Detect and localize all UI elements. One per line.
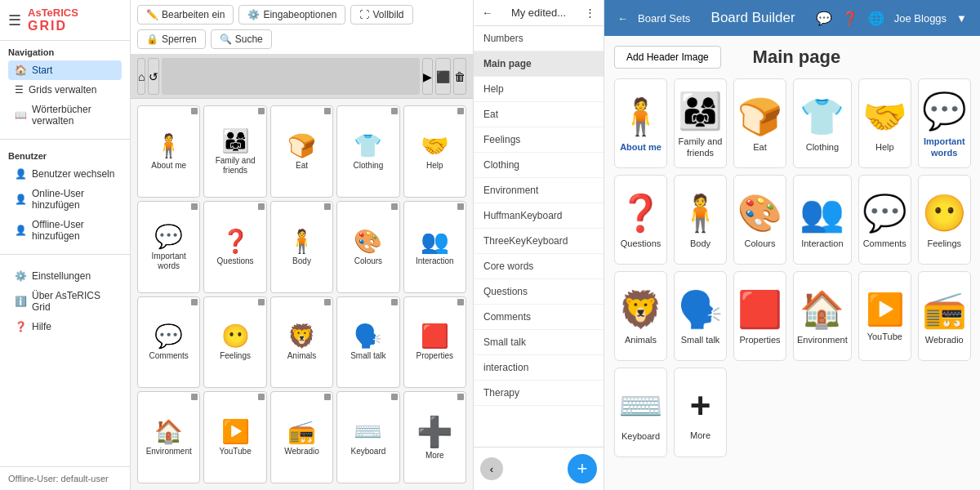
board-cell-comments[interactable]: 💬 Comments: [858, 175, 911, 265]
sidebar-item-dicts[interactable]: 📖 Wörterbücher verwalten: [8, 100, 122, 131]
grid-cell-body[interactable]: 🧍 Body: [270, 201, 333, 293]
small-talk-icon: 🗣️: [354, 323, 382, 350]
board-set-item-small-talk[interactable]: Small talk: [474, 330, 604, 355]
grid-cell-eat[interactable]: 🍞 Eat: [270, 105, 333, 198]
board-cell-important-words[interactable]: 💬 Important words: [918, 78, 971, 168]
board-cell-animals[interactable]: 🦁 Animals: [614, 271, 667, 361]
grid-cell-questions[interactable]: ❓ Questions: [203, 201, 266, 293]
board-set-item-therapy[interactable]: Therapy: [474, 381, 604, 406]
grid-cell-animals[interactable]: 🦁 Animals: [270, 296, 333, 389]
help-header-icon[interactable]: ❓: [842, 11, 858, 26]
board-cell-family[interactable]: 👨‍👩‍👧 Family and friends: [674, 78, 727, 168]
family-icon: 👨‍👩‍👧: [221, 127, 250, 154]
grid-cell-environment[interactable]: 🏠 Environment: [137, 391, 200, 483]
board-cell-icon-keyboard: ⌨️: [618, 385, 663, 427]
board-set-item-huffman[interactable]: HuffmanKeyboard: [474, 203, 604, 229]
back-arrow-icon[interactable]: ←: [482, 7, 492, 19]
middle-grid-panel: ✏️ Bearbeiten ein ⚙️ Eingabeoptionen ⛶ V…: [131, 0, 474, 490]
board-set-item-comments[interactable]: Comments: [474, 305, 604, 330]
sidebar-item-settings[interactable]: ⚙️ Einstellungen: [8, 266, 122, 286]
play-nav-cell[interactable]: ▶: [422, 58, 433, 95]
grid-cell-help[interactable]: 🤝 Help: [403, 105, 466, 198]
message-icon[interactable]: 💬: [816, 11, 832, 26]
board-cell-keyboard[interactable]: ⌨️ Keyboard: [614, 368, 667, 457]
search-button[interactable]: 🔍 Suche: [211, 29, 272, 49]
board-cell-help[interactable]: 🤝 Help: [858, 78, 911, 168]
board-builder-header: ← Board Sets Board Builder 💬 ❓ 🌐 Joe Blo…: [604, 0, 980, 36]
sidebar-item-switch-user[interactable]: 👤 Benutzer wechseln: [8, 164, 122, 184]
add-header-image-button[interactable]: Add Header Image: [614, 46, 721, 69]
board-set-item-threekey[interactable]: ThreeKeyKeyboard: [474, 229, 604, 254]
collapse-button[interactable]: ‹: [480, 457, 503, 480]
back-boards-icon[interactable]: ←: [617, 12, 628, 24]
board-set-item-interaction[interactable]: interaction: [474, 355, 604, 381]
board-cell-label-comments: Comments: [863, 238, 906, 249]
grid-cell-youtube[interactable]: ▶️ YouTube: [203, 391, 266, 483]
grid-cell-feelings[interactable]: 😶 Feelings: [203, 296, 266, 389]
board-cell-small-talk[interactable]: 🗣️ Small talk: [674, 271, 727, 361]
grid-cell-family[interactable]: 👨‍👩‍👧 Family and friends: [203, 105, 266, 198]
sidebar-item-add-offline[interactable]: 👤 Offline-User hinzufügen: [8, 215, 122, 246]
board-cell-colours[interactable]: 🎨 Colours: [733, 175, 786, 265]
sidebar-item-about[interactable]: ℹ️ Über AsTeRICS Grid: [8, 286, 122, 317]
grid-cell-about-me[interactable]: 🧍 About me: [137, 105, 200, 198]
board-cell-feelings[interactable]: 😶 Feelings: [918, 175, 971, 265]
refresh-nav-cell[interactable]: ↺: [148, 58, 159, 95]
board-set-item-clothing[interactable]: Clothing: [474, 153, 604, 178]
board-set-item-numbers[interactable]: Numbers: [474, 26, 604, 51]
board-set-item-main-page[interactable]: Main page: [474, 51, 604, 77]
sidebar-item-grids[interactable]: ☰ Grids verwalten: [8, 80, 122, 100]
board-set-item-questions[interactable]: Questions: [474, 279, 604, 305]
trash-nav-cell[interactable]: 🗑: [453, 58, 466, 95]
board-cell-clothing[interactable]: 👕 Clothing: [793, 78, 852, 168]
input-options-button[interactable]: ⚙️ Eingabeoptionen: [238, 5, 345, 24]
edit-button[interactable]: ✏️ Bearbeiten ein: [137, 5, 234, 24]
grid-cell-colours[interactable]: 🎨 Colours: [336, 201, 399, 293]
lock-button[interactable]: 🔒 Sperren: [137, 29, 206, 49]
board-set-item-help[interactable]: Help: [474, 77, 604, 102]
board-cell-properties[interactable]: 🟥 Properties: [733, 271, 786, 361]
eat-icon: 🍞: [287, 132, 316, 159]
sidebar-item-help[interactable]: ❓ Hilfe: [8, 317, 122, 336]
grid-cell-interaction[interactable]: 👥 Interaction: [403, 201, 466, 293]
grid-cell-keyboard[interactable]: ⌨️ Keyboard: [336, 391, 399, 483]
back-boards-label[interactable]: Board Sets: [638, 12, 690, 24]
sidebar-item-start[interactable]: 🏠 Start: [8, 60, 122, 80]
board-set-item-environment[interactable]: Environment: [474, 178, 604, 203]
board-cell-about-me[interactable]: 🧍 About me: [614, 78, 667, 168]
grid-cell-properties[interactable]: 🟥 Properties: [403, 296, 466, 389]
user-icon: 👤: [15, 168, 27, 180]
home-nav-cell[interactable]: ⌂: [137, 58, 145, 95]
stop-nav-cell[interactable]: ⬛: [435, 58, 451, 95]
board-set-item-eat[interactable]: Eat: [474, 102, 604, 127]
board-set-item-feelings[interactable]: Feelings: [474, 127, 604, 153]
sidebar-item-add-online[interactable]: 👤 Online-User hinzufügen: [8, 184, 122, 215]
globe-icon[interactable]: 🌐: [868, 11, 884, 26]
board-cell-eat[interactable]: 🍞 Eat: [733, 78, 786, 168]
user-chevron-icon[interactable]: ▼: [956, 12, 967, 24]
user-section: Benutzer 👤 Benutzer wechseln 👤 Online-Us…: [0, 145, 130, 249]
grid-cell-small-talk[interactable]: 🗣️ Small talk: [336, 296, 399, 389]
cell-label-clothing: Clothing: [354, 161, 384, 171]
dict-icon: 📖: [15, 109, 27, 121]
board-cell-questions[interactable]: ❓ Questions: [614, 175, 667, 265]
grid-cell-webradio[interactable]: 📻 Webradio: [270, 391, 333, 483]
more-options-icon[interactable]: ⋮: [585, 7, 595, 19]
board-cell-more[interactable]: + More: [674, 368, 727, 457]
more-icon: ➕: [416, 415, 453, 449]
board-cell-webradio[interactable]: 📻 Webradio: [918, 271, 971, 361]
board-cell-label-keyboard: Keyboard: [621, 430, 660, 442]
board-cell-environment[interactable]: 🏠 Environment: [793, 271, 852, 361]
fullscreen-button[interactable]: ⛶ Vollbild: [350, 5, 412, 24]
hamburger-icon[interactable]: ☰: [8, 11, 21, 29]
board-set-item-core-words[interactable]: Core words: [474, 254, 604, 279]
grid-cell-clothing[interactable]: 👕 Clothing: [336, 105, 399, 198]
board-cell-interaction[interactable]: 👥 Interaction: [793, 175, 852, 265]
grid-cell-more[interactable]: ➕ More: [403, 391, 466, 483]
add-board-button[interactable]: +: [568, 454, 597, 483]
cell-corner: [191, 108, 198, 114]
grid-cell-important-words[interactable]: 💬 Important words: [137, 201, 200, 293]
grid-cell-comments[interactable]: 💬 Comments: [137, 296, 200, 389]
board-cell-body[interactable]: 🧍 Body: [674, 175, 727, 265]
board-cell-youtube[interactable]: ▶️ YouTube: [858, 271, 911, 361]
